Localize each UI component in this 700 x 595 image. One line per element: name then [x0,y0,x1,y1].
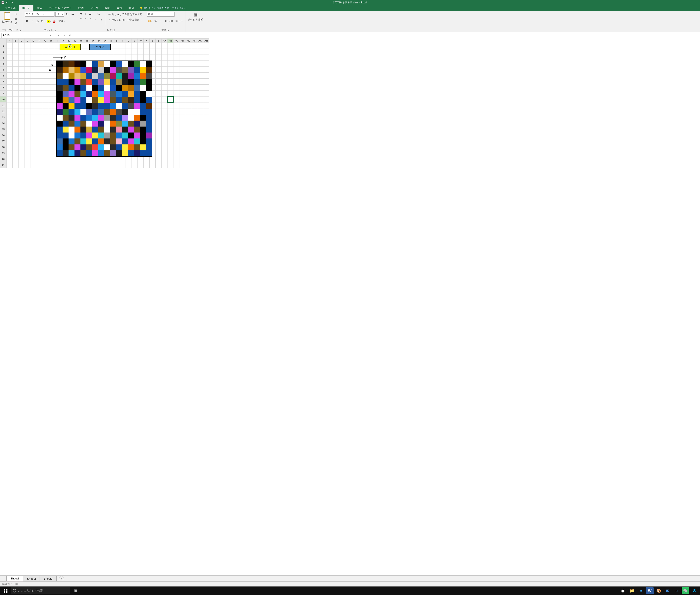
cell[interactable] [25,55,30,61]
cell[interactable] [25,73,30,79]
row-header[interactable]: 16 [0,132,7,138]
cell[interactable] [179,132,185,138]
cell[interactable] [7,114,12,120]
font-name-dropdown[interactable]: ＭＳ Ｐゴシック▾ [25,12,55,17]
cell[interactable] [36,162,42,168]
column-header[interactable]: E [30,38,36,43]
cell[interactable] [185,73,191,79]
row-header[interactable]: 12 [0,108,7,114]
cell[interactable] [179,162,185,168]
cell[interactable] [185,138,191,144]
cell[interactable] [185,162,191,168]
cell[interactable] [30,126,36,132]
cell[interactable] [197,156,203,162]
cell[interactable] [191,90,197,96]
cell[interactable] [36,96,42,103]
cell[interactable] [185,108,191,114]
cell[interactable] [25,126,30,132]
cell[interactable] [168,96,174,103]
row-header[interactable]: 17 [0,138,7,144]
cell[interactable] [185,55,191,61]
cell[interactable] [168,126,174,132]
cell[interactable] [42,138,48,144]
cell[interactable] [12,132,19,138]
skype-icon[interactable]: S [691,587,698,594]
column-header[interactable]: Q [102,38,108,43]
ie-icon[interactable]: e [637,587,645,594]
cell[interactable] [168,108,174,114]
cell[interactable] [36,85,42,90]
cell[interactable] [114,55,120,61]
cell[interactable] [191,43,197,49]
cell[interactable] [30,120,36,126]
cell[interactable] [156,79,161,85]
align-bottom-icon[interactable]: ⬓ [88,12,92,16]
cell[interactable] [84,156,90,162]
cell[interactable] [174,103,179,108]
cell[interactable] [203,108,209,114]
column-header[interactable]: Z [156,38,161,43]
cell[interactable] [138,162,144,168]
cell[interactable] [108,55,114,61]
column-header[interactable]: A [7,38,12,43]
column-header[interactable]: R [108,38,114,43]
cell[interactable] [30,61,36,67]
cell[interactable] [19,55,25,61]
cell[interactable] [150,55,156,61]
cell[interactable] [36,138,42,144]
cell[interactable] [161,120,168,126]
cell[interactable] [150,156,156,162]
cell[interactable] [42,96,48,103]
cell[interactable] [191,132,197,138]
cell[interactable] [30,85,36,90]
tab-formulas[interactable]: 数式 [75,5,87,11]
cell[interactable] [42,114,48,120]
cell[interactable] [48,162,54,168]
cell[interactable] [185,126,191,132]
column-header[interactable]: AA [161,38,168,43]
cell[interactable] [48,90,54,96]
row-header[interactable]: 8 [0,85,7,90]
cell[interactable] [197,49,203,55]
cell[interactable] [203,132,209,138]
cell[interactable] [36,150,42,156]
redo-icon[interactable]: ↷ [11,1,13,4]
orientation-button[interactable]: ⤡▾ [94,12,103,17]
cell[interactable] [60,156,66,162]
cell[interactable] [12,67,19,73]
cell[interactable] [7,103,12,108]
cell[interactable] [12,96,19,103]
cancel-formula-icon[interactable]: ✕ [56,33,61,38]
cell[interactable] [42,55,48,61]
cell[interactable] [7,43,12,49]
cell[interactable] [42,43,48,49]
cell[interactable] [30,79,36,85]
cell[interactable] [185,156,191,162]
cell[interactable] [203,150,209,156]
cell[interactable] [30,49,36,55]
cell[interactable] [19,150,25,156]
cell[interactable] [203,156,209,162]
cell[interactable] [203,138,209,144]
cell[interactable] [168,85,174,90]
cell[interactable] [84,55,90,61]
worksheet-area[interactable]: ABCDEFGHIJKLMNOPQRSTUVWXYZAAABACADAEAFAG… [0,38,700,575]
cell[interactable] [12,43,19,49]
cell[interactable] [174,132,179,138]
cell[interactable] [203,144,209,150]
cell[interactable] [114,49,120,55]
cell[interactable] [19,138,25,144]
cell[interactable] [185,144,191,150]
column-header[interactable]: T [120,38,126,43]
cell[interactable] [174,156,179,162]
cell[interactable] [7,79,12,85]
cell[interactable] [7,126,12,132]
cell[interactable] [19,114,25,120]
cell[interactable] [19,85,25,90]
tab-data[interactable]: データ [87,5,101,11]
cell[interactable] [174,49,179,55]
cell[interactable] [48,85,54,90]
cell[interactable] [7,73,12,79]
cell[interactable] [168,90,174,96]
cell[interactable] [90,55,96,61]
